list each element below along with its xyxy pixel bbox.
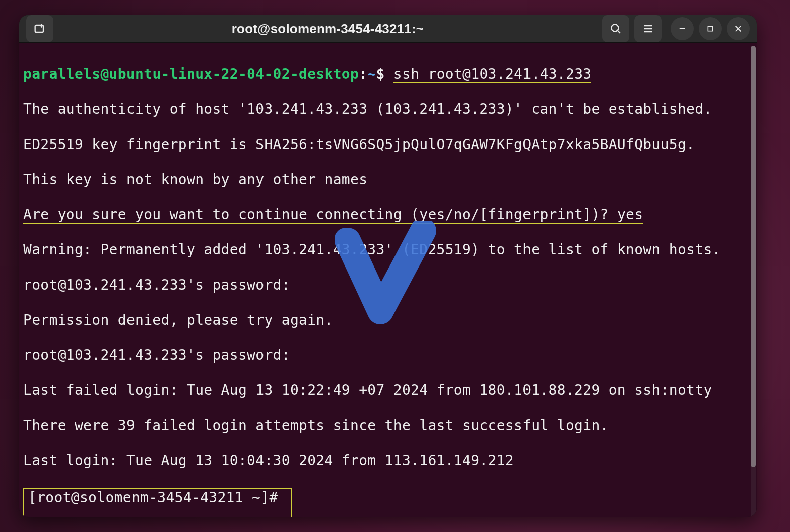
output-line: This key is not known by any other names: [23, 171, 753, 188]
prompt-line: parallels@ubuntu-linux-22-04-02-desktop:…: [23, 65, 753, 83]
output-line: ED25519 key fingerprint is SHA256:tsVNG6…: [23, 136, 753, 153]
new-tab-button[interactable]: [26, 15, 53, 42]
prompt-at: @: [100, 66, 109, 82]
output-line: Last failed login: Tue Aug 13 10:22:49 +…: [23, 381, 753, 399]
minimize-icon: [678, 24, 687, 33]
svg-line-4: [617, 30, 620, 33]
output-line: root@103.241.43.233's password:: [23, 276, 753, 294]
terminal-content[interactable]: parallels@ubuntu-linux-22-04-02-desktop:…: [19, 43, 757, 517]
watermark-logo: [333, 221, 438, 326]
output-line: Last login: Tue Aug 13 10:04:30 2024 fro…: [23, 452, 753, 469]
search-icon: [609, 22, 622, 35]
output-line: There were 39 failed login attempts sinc…: [23, 417, 753, 434]
remote-prompt-highlight: [root@solomenm-3454-43211 ~]#: [23, 488, 292, 517]
output-line: root@103.241.43.233's password:: [23, 346, 753, 364]
confirm-answer: yes: [617, 206, 643, 224]
terminal-window: root@solomenm-3454-43211:~ parallels@ubu…: [19, 15, 757, 517]
confirm-question: Are you sure you want to continue connec…: [23, 206, 617, 224]
prompt-symbol: $: [376, 66, 385, 82]
output-line: The authenticity of host '103.241.43.233…: [23, 100, 753, 118]
prompt-host: ubuntu-linux-22-04-02-desktop: [109, 66, 359, 82]
search-button[interactable]: [602, 15, 629, 42]
svg-point-3: [611, 24, 618, 31]
hamburger-icon: [642, 23, 654, 35]
close-button[interactable]: [727, 17, 750, 40]
prompt-user: parallels: [23, 66, 100, 82]
output-line: Permission denied, please try again.: [23, 311, 753, 329]
confirm-line: Are you sure you want to continue connec…: [23, 206, 753, 223]
scrollbar-thumb[interactable]: [751, 46, 756, 467]
minimize-button[interactable]: [671, 17, 694, 40]
svg-rect-9: [708, 26, 712, 31]
remote-prompt: [root@solomenm-3454-43211 ~]#: [28, 489, 287, 506]
ssh-command: ssh root@103.241.43.233: [393, 66, 592, 83]
maximize-icon: [706, 25, 714, 33]
close-icon: [734, 24, 743, 33]
titlebar: root@solomenm-3454-43211:~: [19, 15, 757, 43]
window-title: root@solomenm-3454-43211:~: [58, 21, 597, 37]
output-line: Warning: Permanently added '103.241.43.2…: [23, 241, 753, 258]
menu-button[interactable]: [634, 15, 662, 42]
scrollbar[interactable]: [751, 46, 756, 517]
maximize-button[interactable]: [699, 17, 722, 40]
prompt-path: ~: [367, 66, 376, 82]
